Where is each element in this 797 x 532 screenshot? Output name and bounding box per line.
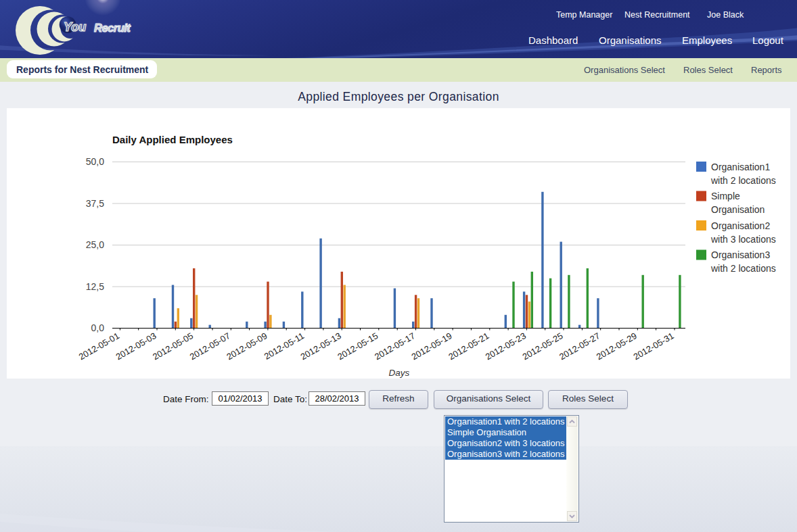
svg-text:2012-05-29: 2012-05-29 bbox=[595, 331, 639, 362]
svg-text:2012-05-19: 2012-05-19 bbox=[410, 331, 454, 362]
svg-text:2012-05-25: 2012-05-25 bbox=[520, 331, 564, 362]
svg-text:25,0: 25,0 bbox=[86, 239, 104, 250]
svg-text:Organisation1: Organisation1 bbox=[711, 162, 770, 172]
svg-text:2012-05-11: 2012-05-11 bbox=[263, 331, 306, 362]
svg-text:2012-05-03: 2012-05-03 bbox=[114, 331, 158, 362]
svg-text:Organisation2: Organisation2 bbox=[711, 220, 770, 231]
svg-text:with 2 locations: with 2 locations bbox=[710, 175, 776, 186]
svg-text:2012-05-07: 2012-05-07 bbox=[188, 331, 232, 362]
svg-text:2012-05-21: 2012-05-21 bbox=[447, 331, 491, 362]
svg-text:12,5: 12,5 bbox=[86, 281, 104, 292]
svg-text:2012-05-05: 2012-05-05 bbox=[151, 331, 195, 362]
svg-text:37,5: 37,5 bbox=[86, 198, 104, 209]
svg-text:Organisation: Organisation bbox=[711, 204, 765, 215]
svg-text:2012-05-17: 2012-05-17 bbox=[373, 331, 417, 362]
svg-text:2012-05-15: 2012-05-15 bbox=[336, 331, 380, 362]
svg-text:2012-05-13: 2012-05-13 bbox=[299, 331, 343, 362]
svg-text:2012-05-09: 2012-05-09 bbox=[225, 331, 269, 362]
svg-text:Simple: Simple bbox=[711, 191, 740, 201]
svg-text:2012-05-23: 2012-05-23 bbox=[484, 331, 528, 362]
svg-text:Days: Days bbox=[389, 368, 410, 378]
svg-text:2012-05-31: 2012-05-31 bbox=[631, 331, 675, 362]
svg-text:50,0: 50,0 bbox=[86, 156, 104, 167]
svg-text:2012-05-27: 2012-05-27 bbox=[557, 331, 601, 362]
svg-text:Daily Applied Employees: Daily Applied Employees bbox=[112, 134, 233, 145]
svg-text:with 2 locations: with 2 locations bbox=[710, 263, 776, 274]
svg-text:with 3 locations: with 3 locations bbox=[710, 234, 776, 245]
svg-text:Organisation3: Organisation3 bbox=[711, 249, 770, 260]
svg-text:2012-05-01: 2012-05-01 bbox=[77, 331, 121, 362]
svg-text:0,0: 0,0 bbox=[91, 322, 105, 333]
